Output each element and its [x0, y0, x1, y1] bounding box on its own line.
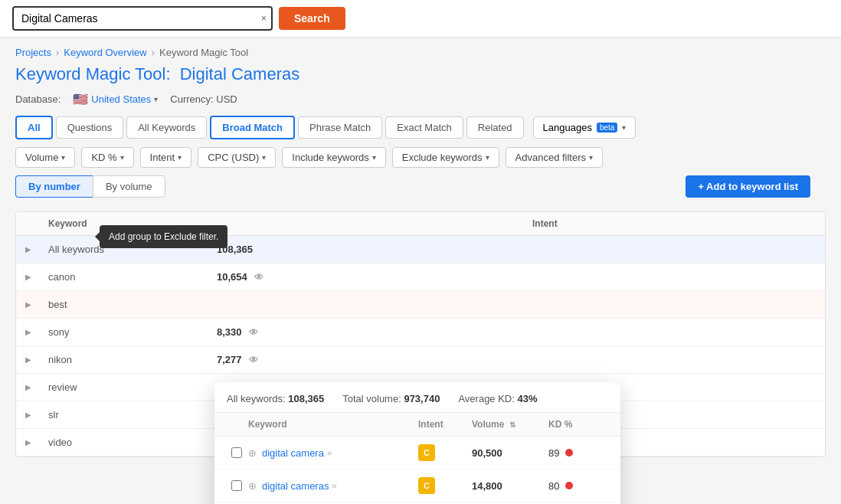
expand-icon-2[interactable]: ▶ — [25, 328, 48, 336]
breadcrumb-keyword-overview[interactable]: Keyword Overview — [64, 47, 146, 58]
popup-kd-1: 80 — [548, 480, 610, 492]
popup-table-header: Keyword Intent Volume ⇅ KD % — [214, 413, 620, 437]
popup-total-keywords: 108,365 — [288, 393, 324, 404]
filters-row: Volume ▾ KD % ▾ Intent ▾ CPC (USD) ▾ Inc… — [0, 147, 841, 175]
popup-stats: All keywords: 108,365 Total volume: 973,… — [214, 382, 620, 413]
keyword-count-2: 8,330 👁 — [217, 326, 754, 338]
kd-chevron: ▾ — [120, 153, 124, 162]
tab-exact-match[interactable]: Exact Match — [385, 116, 463, 139]
languages-chevron: ▾ — [622, 123, 626, 132]
tab-related[interactable]: Related — [466, 116, 524, 139]
expand-icon-6[interactable]: ▶ — [25, 438, 48, 447]
intent-chevron: ▾ — [178, 153, 182, 162]
popup-row-1: ⊕digital cameras » C 14,800 80 — [214, 470, 620, 502]
tabs-row: All Questions All Keywords Broad Match P… — [0, 116, 841, 139]
view-toggle: By number By volume — [15, 175, 165, 198]
filter-include-keywords[interactable]: Include keywords ▾ — [282, 147, 385, 168]
page-title: Keyword Magic Tool: Digital Cameras — [0, 61, 841, 90]
popup-volume-0: 90,500 — [472, 447, 548, 459]
tab-phrase-match[interactable]: Phrase Match — [298, 116, 382, 139]
keyword-count-3: 7,277 👁 — [217, 354, 754, 365]
keyword-label-2: sony — [48, 326, 217, 338]
popup-total-volume: 973,740 — [404, 393, 440, 404]
search-wrapper: × — [12, 6, 273, 31]
eye-icon-0[interactable]: 👁 — [254, 272, 263, 283]
popup-checkbox-0[interactable] — [231, 447, 242, 458]
view-by-number[interactable]: By number — [15, 175, 93, 198]
popup-col-keyword: Keyword — [248, 419, 418, 430]
languages-button[interactable]: Languages beta ▾ — [533, 116, 636, 139]
filter-cpc[interactable]: CPC (USD) ▾ — [198, 147, 276, 168]
filter-exclude-keywords[interactable]: Exclude keywords ▾ — [392, 147, 499, 168]
cpc-chevron: ▾ — [262, 153, 266, 162]
popup-intent-badge-0: C — [418, 444, 435, 461]
flag-icon: 🇺🇸 — [73, 92, 88, 106]
search-input[interactable] — [12, 6, 273, 31]
kd-dot-0 — [565, 449, 573, 457]
col-intent: Intent — [532, 218, 624, 229]
expand-icon-all[interactable]: ▶ — [25, 245, 48, 254]
keyword-label-3: nikon — [48, 354, 217, 365]
expand-icon-0[interactable]: ▶ — [25, 273, 48, 281]
all-keywords-count: 108,365 — [217, 244, 754, 255]
volume-chevron: ▾ — [61, 153, 65, 162]
search-button[interactable]: Search — [279, 7, 345, 30]
breadcrumb-current: Keyword Magic Tool — [159, 47, 248, 58]
expand-icon-5[interactable]: ▶ — [25, 411, 48, 419]
kd-dot-1 — [565, 482, 573, 489]
tab-broad-match[interactable]: Broad Match — [210, 116, 295, 139]
popup-col-volume: Volume ⇅ — [472, 419, 548, 430]
filter-intent[interactable]: Intent ▾ — [140, 147, 192, 168]
popup-kw-link-0[interactable]: ⊕digital camera » — [248, 447, 418, 459]
popup-kw-link-1[interactable]: ⊕digital cameras » — [248, 480, 418, 492]
keyword-label-5: slr — [48, 409, 217, 421]
popup-checkbox-1[interactable] — [231, 480, 242, 491]
popup-col-kd: KD % — [548, 419, 610, 430]
main-content: By number By volume + Add to keyword lis… — [0, 175, 841, 457]
breadcrumb: Projects › Keyword Overview › Keyword Ma… — [0, 38, 841, 61]
table-row: ▶ sony 8,330 👁 — [16, 319, 825, 346]
advanced-chevron: ▾ — [589, 153, 593, 162]
tab-questions[interactable]: Questions — [56, 116, 124, 139]
add-to-keyword-list-button[interactable]: + Add to keyword list — [686, 175, 810, 198]
expand-icon-1[interactable]: ▶ — [25, 300, 48, 309]
popup-row-0: ⊕digital camera » C 90,500 89 — [214, 437, 620, 470]
languages-label: Languages — [543, 122, 592, 133]
keyword-label-0: canon — [48, 271, 217, 283]
expand-icon-3[interactable]: ▶ — [25, 355, 48, 364]
popup-col-intent: Intent — [418, 419, 472, 430]
view-by-volume[interactable]: By volume — [93, 175, 165, 198]
table-row: ▶ nikon 7,277 👁 — [16, 346, 825, 374]
filter-advanced[interactable]: Advanced filters ▾ — [506, 147, 604, 168]
tab-all[interactable]: All — [15, 116, 53, 139]
country-chevron: ▾ — [154, 95, 158, 103]
table-row: ▶ canon 10,654 👁 — [16, 263, 825, 291]
keyword-label-4: review — [48, 381, 217, 393]
filter-kd[interactable]: KD % ▾ — [81, 147, 133, 168]
keyword-label-1: best — [48, 299, 217, 310]
keyword-popup: All keywords: 108,365 Total volume: 973,… — [214, 382, 620, 504]
keyword-count-0: 10,654 👁 — [217, 271, 754, 283]
tooltip-exclude-filter: Add group to Exclude filter. — [100, 225, 227, 248]
popup-kd-0: 89 — [548, 447, 610, 459]
database-country-link[interactable]: 🇺🇸 United States ▾ — [73, 92, 158, 106]
popup-avg-kd: 43% — [518, 393, 538, 404]
include-chevron: ▾ — [372, 153, 376, 162]
expand-icon-4[interactable]: ▶ — [25, 383, 48, 391]
eye-icon-3[interactable]: 👁 — [249, 355, 258, 365]
tab-all-keywords[interactable]: All Keywords — [126, 116, 207, 139]
table-row: ▶ best — [16, 291, 825, 319]
breadcrumb-projects[interactable]: Projects — [15, 47, 51, 58]
exclude-chevron: ▾ — [486, 153, 489, 162]
volume-sort-icon: ⇅ — [509, 421, 515, 429]
clear-icon[interactable]: × — [261, 13, 267, 24]
beta-badge: beta — [597, 123, 617, 133]
top-bar: × Search — [0, 0, 841, 38]
popup-volume-1: 14,800 — [472, 480, 548, 492]
keyword-label-6: video — [48, 437, 217, 448]
filter-volume[interactable]: Volume ▾ — [15, 147, 75, 168]
eye-icon-2[interactable]: 👁 — [249, 327, 258, 338]
popup-intent-badge-1: C — [418, 477, 435, 494]
database-row: Database: 🇺🇸 United States ▾ Currency: U… — [0, 90, 841, 116]
